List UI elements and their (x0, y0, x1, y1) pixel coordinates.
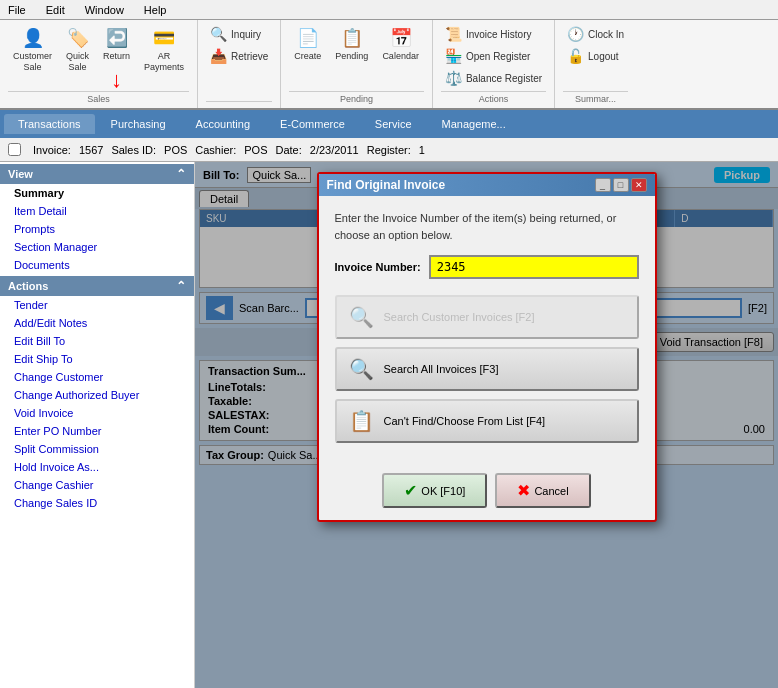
create-label: Create (294, 51, 321, 62)
quick-sale-button[interactable]: 🏷️ QuickSale (61, 24, 94, 76)
menu-bar: File Edit Window Help (0, 0, 778, 20)
sidebar-item-item-detail[interactable]: Item Detail (0, 202, 194, 220)
invoice-number-input[interactable] (429, 255, 639, 279)
open-register-label: Open Register (466, 51, 530, 62)
modal-close-button[interactable]: ✕ (631, 178, 647, 192)
search-customer-invoices-icon: 🔍 (349, 305, 374, 329)
sidebar-item-summary[interactable]: Summary (0, 184, 194, 202)
invoice-history-button[interactable]: 📜 Invoice History (441, 24, 536, 44)
modal-minimize-button[interactable]: _ (595, 178, 611, 192)
tab-management[interactable]: Manageme... (428, 114, 520, 134)
clock-in-label: Clock In (588, 29, 624, 40)
sidebar-item-add-edit-notes[interactable]: Add/Edit Notes (0, 314, 194, 332)
sidebar: View ⌃ Summary Item Detail Prompts Secti… (0, 162, 195, 688)
ribbon-sales-section: 👤 CustomerSale 🏷️ QuickSale ↩️ Return ↓ … (0, 20, 198, 108)
sidebar-item-edit-bill-to[interactable]: Edit Bill To (0, 332, 194, 350)
open-register-icon: 🏪 (445, 48, 462, 64)
modal-footer: ✔ OK [F10] ✖ Cancel (319, 465, 655, 520)
create-icon: 📄 (297, 27, 319, 49)
cancel-label: Cancel (534, 485, 568, 497)
logout-button[interactable]: 🔓 Logout (563, 46, 623, 66)
ar-payments-label: ARPayments (144, 51, 184, 73)
register-label: Register: (367, 144, 411, 156)
search-customer-invoices-label: Search Customer Invoices [F2] (384, 311, 535, 323)
right-panel: Bill To: Quick Sa... Pickup Detail SKU O… (195, 162, 778, 688)
calendar-label: Calendar (382, 51, 419, 62)
inquiry-icon: 🔍 (210, 26, 227, 42)
tab-purchasing[interactable]: Purchasing (97, 114, 180, 134)
modal-title: Find Original Invoice (327, 178, 446, 192)
sidebar-item-change-cashier[interactable]: Change Cashier (0, 476, 194, 494)
modal-overlay: Find Original Invoice _ □ ✕ Enter the In… (195, 162, 778, 688)
retrieve-button[interactable]: 📥 Retrieve (206, 46, 272, 66)
summary-section-label: Summar... (563, 91, 628, 104)
sidebar-item-hold-invoice-as[interactable]: Hold Invoice As... (0, 458, 194, 476)
sidebar-item-split-commission[interactable]: Split Commission (0, 440, 194, 458)
cancel-button[interactable]: ✖ Cancel (495, 473, 590, 508)
sidebar-item-change-customer[interactable]: Change Customer (0, 368, 194, 386)
menu-edit[interactable]: Edit (42, 2, 69, 18)
main-content: View ⌃ Summary Item Detail Prompts Secti… (0, 162, 778, 688)
search-customer-invoices-button: 🔍 Search Customer Invoices [F2] (335, 295, 639, 339)
sidebar-item-change-authorized-buyer[interactable]: Change Authorized Buyer (0, 386, 194, 404)
logout-icon: 🔓 (567, 48, 584, 64)
tab-ecommerce[interactable]: E-Commerce (266, 114, 359, 134)
modal-title-bar: Find Original Invoice _ □ ✕ (319, 174, 655, 196)
clock-in-icon: 🕐 (567, 26, 584, 42)
modal-maximize-button[interactable]: □ (613, 178, 629, 192)
pending-label: Pending (335, 51, 368, 62)
invoice-number-label: Invoice Number: (335, 261, 421, 273)
clock-in-button[interactable]: 🕐 Clock In (563, 24, 628, 44)
return-button[interactable]: ↩️ Return ↓ (98, 24, 135, 65)
sidebar-item-void-invoice[interactable]: Void Invoice (0, 404, 194, 422)
inquiry-button[interactable]: 🔍 Inquiry (206, 24, 265, 44)
invoice-checkbox[interactable] (8, 143, 21, 156)
cancel-x-icon: ✖ (517, 481, 530, 500)
cashier-label: Cashier: (195, 144, 236, 156)
ribbon: 👤 CustomerSale 🏷️ QuickSale ↩️ Return ↓ … (0, 20, 778, 110)
invoice-history-icon: 📜 (445, 26, 462, 42)
sidebar-view-label: View (8, 168, 33, 180)
modal-description: Enter the Invoice Number of the item(s) … (335, 210, 639, 243)
cant-find-icon: 📋 (349, 409, 374, 433)
date-value: 2/23/2011 (310, 144, 359, 156)
logout-label: Logout (588, 51, 619, 62)
sidebar-item-change-sales-id[interactable]: Change Sales ID (0, 494, 194, 512)
sidebar-item-tender[interactable]: Tender (0, 296, 194, 314)
create-button[interactable]: 📄 Create (289, 24, 326, 65)
open-register-button[interactable]: 🏪 Open Register (441, 46, 534, 66)
tab-service[interactable]: Service (361, 114, 426, 134)
ok-button[interactable]: ✔ OK [F10] (382, 473, 487, 508)
retrieve-icon: 📥 (210, 48, 227, 64)
cant-find-button[interactable]: 📋 Can't Find/Choose From List [F4] (335, 399, 639, 443)
search-all-invoices-button[interactable]: 🔍 Search All Invoices [F3] (335, 347, 639, 391)
calendar-button[interactable]: 📅 Calendar (377, 24, 424, 65)
ar-payments-icon: 💳 (153, 27, 175, 49)
retrieve-label: Retrieve (231, 51, 268, 62)
pending-button[interactable]: 📋 Pending (330, 24, 373, 65)
nav-tabs: Transactions Purchasing Accounting E-Com… (0, 110, 778, 138)
sidebar-item-documents[interactable]: Documents (0, 256, 194, 274)
sidebar-item-edit-ship-to[interactable]: Edit Ship To (0, 350, 194, 368)
ar-payments-button[interactable]: 💳 ARPayments (139, 24, 189, 76)
sidebar-item-section-manager[interactable]: Section Manager (0, 238, 194, 256)
invoice-history-label: Invoice History (466, 29, 532, 40)
menu-file[interactable]: File (4, 2, 30, 18)
sidebar-view-header[interactable]: View ⌃ (0, 164, 194, 184)
search-all-invoices-label: Search All Invoices [F3] (384, 363, 499, 375)
sales-id: POS (164, 144, 187, 156)
sidebar-item-prompts[interactable]: Prompts (0, 220, 194, 238)
actions-section-label: Actions (441, 91, 546, 104)
tab-transactions[interactable]: Transactions (4, 114, 95, 134)
ok-label: OK [F10] (421, 485, 465, 497)
balance-register-button[interactable]: ⚖️ Balance Register (441, 68, 546, 88)
ribbon-summary-section: 🕐 Clock In 🔓 Logout Summar... (555, 20, 636, 108)
customer-sale-button[interactable]: 👤 CustomerSale (8, 24, 57, 76)
sidebar-actions-header[interactable]: Actions ⌃ (0, 276, 194, 296)
sidebar-item-enter-po-number[interactable]: Enter PO Number (0, 422, 194, 440)
tab-accounting[interactable]: Accounting (182, 114, 264, 134)
cant-find-label: Can't Find/Choose From List [F4] (384, 415, 546, 427)
date-label: Date: (275, 144, 301, 156)
menu-window[interactable]: Window (81, 2, 128, 18)
menu-help[interactable]: Help (140, 2, 171, 18)
